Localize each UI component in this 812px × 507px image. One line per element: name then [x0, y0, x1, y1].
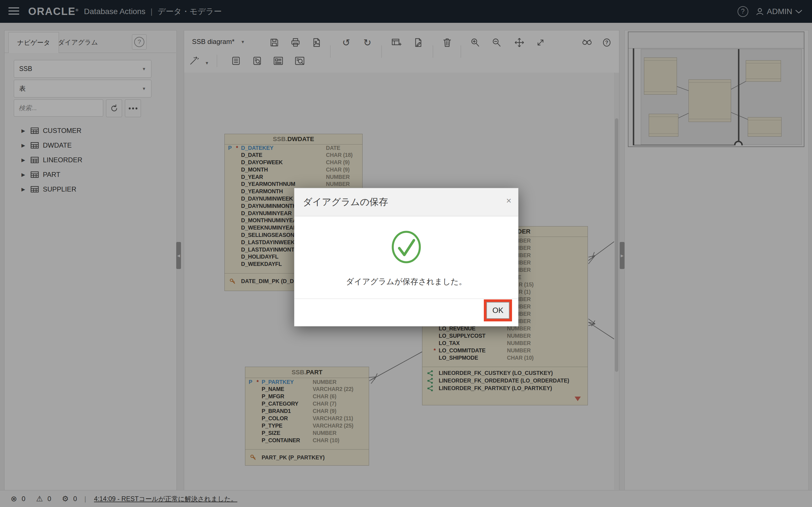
- success-check-icon: [391, 230, 422, 264]
- dialog-body: ダイアグラムが保存されました。: [294, 217, 518, 298]
- click-highlight-frame: OK: [484, 299, 512, 321]
- dialog-message: ダイアグラムが保存されました。: [294, 276, 518, 287]
- ok-button[interactable]: OK: [486, 302, 509, 319]
- dialog-title: ダイアグラムの保存: [294, 188, 518, 216]
- close-icon[interactable]: ×: [506, 196, 511, 205]
- data-modeler-app: ORACLE® Database Actions | データ・モデラー ? AD…: [0, 0, 812, 507]
